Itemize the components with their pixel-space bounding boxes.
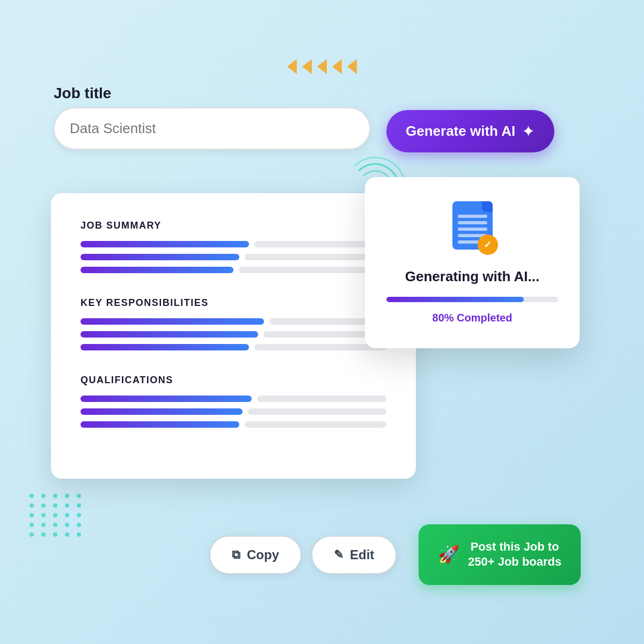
- generate-ai-button[interactable]: Generate with AI ✦: [386, 110, 554, 152]
- bar-filled: [80, 408, 243, 415]
- arrow-4: [332, 59, 342, 74]
- arrow-1: [287, 59, 297, 74]
- job-title-label: Job title: [54, 85, 111, 102]
- copy-icon: ⧉: [232, 548, 240, 562]
- scene: Job title Generate with AI ✦ JOB SUMMARY: [0, 0, 644, 644]
- bar-row: [80, 408, 386, 415]
- bar-row: [80, 254, 386, 260]
- bar-filled: [80, 421, 239, 428]
- copy-label: Copy: [247, 547, 279, 562]
- dots-decoration: [30, 494, 83, 537]
- bar-row: [80, 421, 386, 428]
- edit-button[interactable]: ✎ Edit: [311, 536, 397, 574]
- decorative-arrows: [287, 59, 357, 74]
- rocket-icon: 🚀: [438, 544, 459, 565]
- doc-body: ✓: [452, 201, 493, 250]
- bar-filled: [80, 396, 252, 402]
- bar-filled: [80, 331, 258, 338]
- document-icon: ✓: [448, 201, 496, 255]
- section-title-key-responsibilities: KEY RESPONSIBILITIES: [80, 297, 386, 309]
- job-title-input[interactable]: [54, 107, 370, 150]
- bar-row: [80, 331, 386, 338]
- bar-row: [80, 241, 386, 247]
- ai-generating-text: Generating with AI...: [386, 268, 558, 285]
- bar-empty: [248, 408, 386, 415]
- post-job-button[interactable]: 🚀 Post this Job to250+ Job boards: [419, 524, 581, 585]
- progress-bar-fill: [386, 297, 524, 302]
- edit-icon: ✎: [334, 548, 343, 562]
- arrow-3: [317, 59, 327, 74]
- bar-empty: [254, 344, 387, 350]
- post-btn-text: Post this Job to250+ Job boards: [468, 539, 561, 570]
- document-card: JOB SUMMARY KEY RESPONSIBILITIES: [51, 193, 416, 479]
- bar-empty: [245, 421, 386, 428]
- section-title-qualifications: QUALIFICATIONS: [80, 375, 386, 386]
- bar-filled: [80, 241, 249, 247]
- bar-row: [80, 344, 386, 350]
- bar-empty: [257, 396, 386, 402]
- progress-bar-container: [386, 297, 558, 302]
- check-badge: ✓: [478, 235, 498, 255]
- bar-filled: [80, 344, 249, 350]
- progress-percent-text: 80% Completed: [386, 312, 558, 324]
- bar-filled: [80, 254, 239, 260]
- section-title-job-summary: JOB SUMMARY: [80, 220, 386, 231]
- bar-row: [80, 267, 386, 273]
- key-responsibilities-bars: [80, 318, 386, 350]
- job-summary-bars: [80, 241, 386, 273]
- bar-row: [80, 396, 386, 402]
- arrow-5: [347, 59, 357, 74]
- sparkle-icon: ✦: [522, 122, 535, 141]
- bar-filled: [80, 267, 233, 273]
- qualifications-bars: [80, 396, 386, 428]
- copy-button[interactable]: ⧉ Copy: [209, 536, 302, 574]
- job-input-container: [54, 107, 370, 150]
- bar-filled: [80, 318, 264, 325]
- generate-btn-label: Generate with AI: [406, 123, 515, 140]
- arrow-2: [302, 59, 312, 74]
- edit-label: Edit: [350, 547, 374, 562]
- ai-generating-card: ✓ Generating with AI... 80% Completed: [365, 177, 580, 348]
- bar-row: [80, 318, 386, 325]
- bar-empty: [239, 267, 386, 273]
